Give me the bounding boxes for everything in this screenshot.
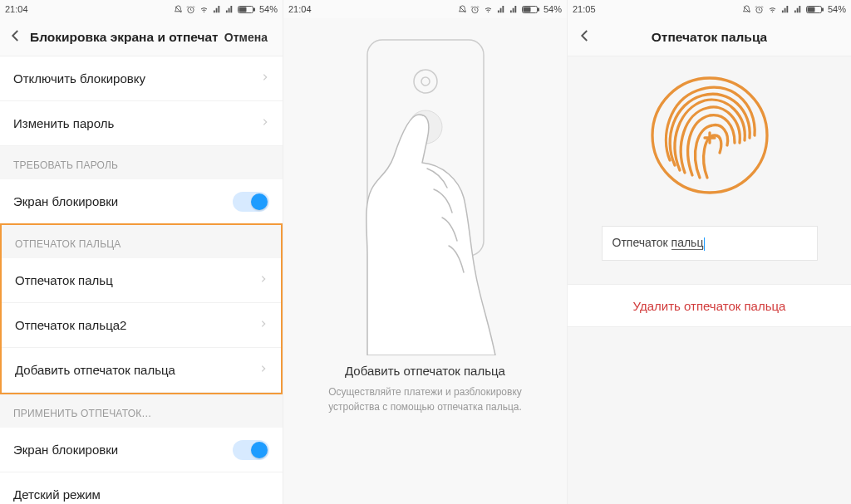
- battery-pct: 54%: [259, 4, 278, 14]
- row-label: Экран блокировки: [13, 443, 118, 457]
- row-fingerprint-2[interactable]: Отпечаток пальца2: [2, 303, 281, 348]
- section-fingerprint: ОТПЕЧАТОК ПАЛЬЦА: [2, 225, 281, 258]
- row-label: Отпечаток пальца2: [15, 318, 126, 332]
- svg-point-9: [414, 70, 437, 93]
- status-bar: 21:04 54%: [0, 0, 283, 18]
- svg-rect-7: [538, 7, 539, 11]
- row-label: Детский режим: [13, 487, 101, 502]
- back-icon[interactable]: [8, 28, 23, 46]
- signal-icon: [781, 5, 790, 14]
- row-kids-mode[interactable]: Детский режим: [0, 472, 283, 504]
- dnd-icon: [458, 5, 467, 14]
- dnd-icon: [174, 5, 183, 14]
- status-bar: 21:04 54%: [283, 0, 567, 18]
- back-icon[interactable]: [578, 28, 593, 46]
- chevron-right-icon: [261, 71, 269, 86]
- status-icons: 54%: [174, 4, 278, 14]
- svg-rect-3: [253, 7, 255, 11]
- title-bar: Блокировка экрана и отпечаток пальца Отм…: [0, 18, 283, 56]
- status-icons: 54%: [458, 4, 562, 14]
- fingerprint-hand-illustration: [317, 23, 534, 355]
- clock: 21:04: [5, 4, 28, 14]
- svg-point-10: [421, 77, 430, 86]
- signal-icon: [497, 5, 506, 14]
- status-bar: 21:05 54%: [568, 0, 851, 18]
- row-label: Экран блокировки: [13, 194, 118, 208]
- delete-fingerprint-button[interactable]: Удалить отпечаток пальца: [568, 284, 851, 327]
- signal-icon-2: [794, 5, 803, 14]
- cancel-button[interactable]: Отмена: [218, 27, 274, 47]
- battery-icon: [522, 5, 540, 14]
- row-add-fingerprint[interactable]: Добавить отпечаток пальца: [2, 348, 281, 393]
- fingerprint-icon: [647, 73, 772, 198]
- chevron-right-icon: [261, 116, 269, 131]
- wifi-icon: [767, 5, 778, 14]
- wifi-icon: [483, 5, 494, 14]
- chevron-right-icon: [259, 273, 268, 288]
- alarm-icon: [755, 5, 764, 14]
- row-change-password[interactable]: Изменить пароль: [0, 101, 283, 146]
- row-lockscreen-toggle[interactable]: Экран блокировки: [0, 179, 283, 224]
- status-icons: 54%: [742, 4, 846, 14]
- svg-rect-6: [523, 7, 530, 12]
- toggle-switch[interactable]: [233, 440, 269, 460]
- battery-pct: 54%: [828, 4, 846, 14]
- battery-icon: [806, 5, 824, 14]
- settings-screen: 21:04 54% Блокировка экрана и отпечаток …: [0, 0, 283, 504]
- svg-rect-2: [239, 7, 246, 12]
- row-fingerprint-1[interactable]: Отпечаток пальц: [2, 258, 281, 303]
- chevron-right-icon: [259, 318, 268, 333]
- fingerprint-detail-screen: 21:05 54% Отпечаток пальца: [568, 0, 851, 504]
- svg-rect-15: [822, 7, 824, 11]
- add-fp-subtitle: Осуществляйте платежи и разблокировку ус…: [283, 384, 567, 414]
- title-bar: Отпечаток пальца: [568, 18, 851, 56]
- signal-icon-2: [225, 5, 234, 14]
- alarm-icon: [470, 5, 480, 14]
- page-title: Блокировка экрана и отпечаток пальца: [30, 30, 218, 45]
- row-label: Отключить блокировку: [13, 71, 145, 86]
- section-apply-fp: ПРИМЕНИТЬ ОТПЕЧАТОК…: [0, 394, 283, 428]
- row-label: Отпечаток пальц: [15, 273, 113, 287]
- signal-icon-2: [509, 5, 519, 14]
- row-label: Изменить пароль: [13, 116, 114, 130]
- row-disable-lock[interactable]: Отключить блокировку: [0, 56, 283, 101]
- add-fp-title: Добавить отпечаток пальца: [345, 364, 505, 378]
- text-cursor: [704, 237, 705, 251]
- row-lockscreen-toggle-2[interactable]: Экран блокировки: [0, 428, 283, 472]
- clock: 21:05: [573, 4, 596, 14]
- fingerprint-name-input[interactable]: Отпечаток пальц: [602, 226, 818, 261]
- fingerprint-section-highlight: ОТПЕЧАТОК ПАЛЬЦА Отпечаток пальц Отпечат…: [0, 223, 283, 394]
- battery-icon: [238, 5, 256, 14]
- section-require-password: ТРЕБОВАТЬ ПАРОЛЬ: [0, 146, 283, 179]
- dnd-icon: [742, 5, 751, 14]
- add-fingerprint-screen: 21:04 54%: [283, 0, 568, 504]
- signal-icon: [213, 5, 222, 14]
- battery-pct: 54%: [544, 4, 562, 14]
- toggle-switch[interactable]: [233, 192, 269, 212]
- wifi-icon: [199, 5, 209, 14]
- row-label: Добавить отпечаток пальца: [15, 363, 175, 377]
- alarm-icon: [186, 5, 195, 14]
- chevron-right-icon: [259, 363, 268, 378]
- input-text: Отпечаток пальц: [612, 236, 706, 250]
- svg-rect-14: [807, 7, 814, 12]
- page-title: Отпечаток пальца: [652, 30, 767, 45]
- clock: 21:04: [288, 4, 312, 14]
